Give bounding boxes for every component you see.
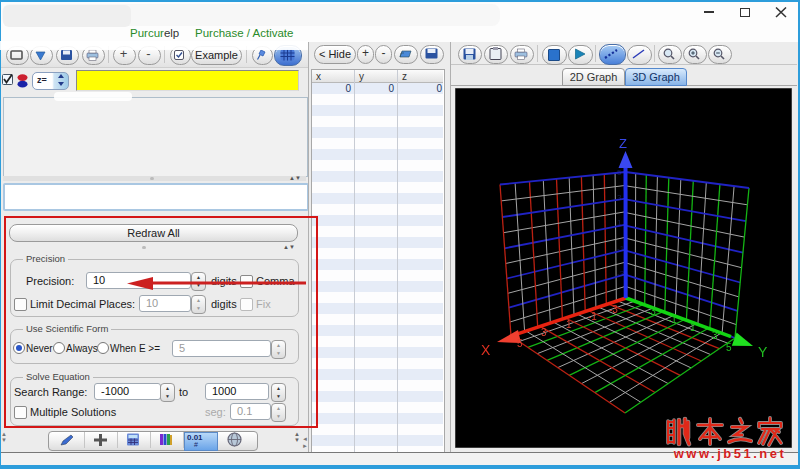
svg-text:-1: -1 bbox=[617, 244, 625, 253]
svg-text:Z: Z bbox=[619, 136, 627, 151]
svg-text:-3: -3 bbox=[617, 269, 625, 278]
svg-text:1: 1 bbox=[566, 319, 572, 330]
svg-text:www.jb51.net: www.jb51.net bbox=[673, 446, 787, 461]
svg-text:1: 1 bbox=[617, 218, 622, 227]
svg-text:-1: -1 bbox=[668, 314, 677, 325]
svg-text:-3: -3 bbox=[609, 304, 618, 315]
svg-text:5: 5 bbox=[617, 168, 622, 177]
svg-text:5: 5 bbox=[726, 342, 732, 353]
svg-text:3: 3 bbox=[541, 327, 547, 338]
svg-text:-1: -1 bbox=[588, 311, 597, 322]
svg-text:-3: -3 bbox=[647, 306, 656, 317]
svg-text:5: 5 bbox=[517, 338, 523, 349]
svg-text:Y: Y bbox=[758, 344, 768, 360]
svg-text:3: 3 bbox=[617, 193, 622, 202]
svg-text:1: 1 bbox=[690, 322, 696, 333]
svg-text:X: X bbox=[481, 342, 491, 358]
svg-text:3: 3 bbox=[712, 330, 718, 341]
